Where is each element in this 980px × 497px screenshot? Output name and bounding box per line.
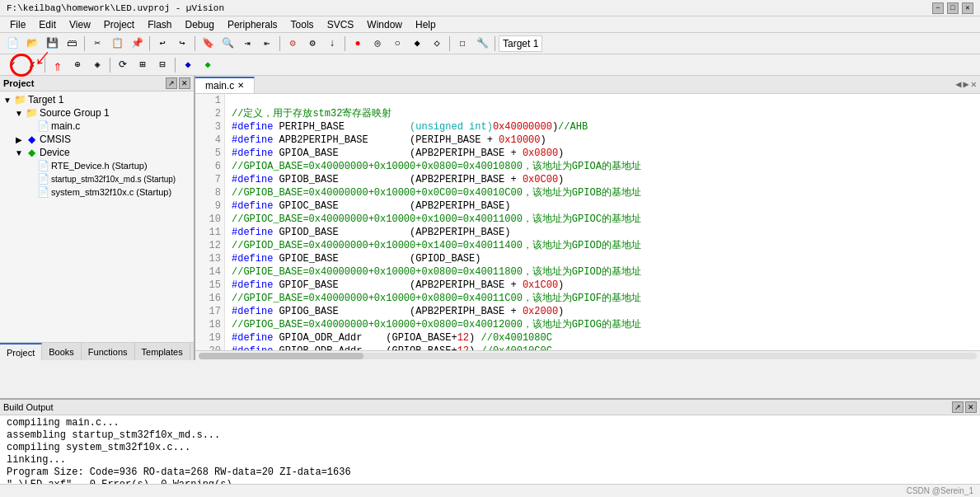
tb2-btn5[interactable]: ⊞ [134,56,152,74]
menu-view[interactable]: View [63,17,97,32]
menu-window[interactable]: Window [360,17,409,32]
tab-books[interactable]: Books [42,343,82,360]
menu-edit[interactable]: Edit [32,17,63,32]
target-selector[interactable]: Target 1 [499,35,542,52]
tree-item-target1[interactable]: ▼ 📁 Target 1 [2,93,192,106]
editor-tab-close-btn[interactable]: ✕ [237,81,244,90]
bookmark-btn[interactable]: 🔖 [199,35,217,53]
build-line-3: compiling system_stm32f10x.c... [7,442,973,454]
editor-close-all-btn[interactable]: ✕ [971,78,977,91]
main-area: Project ↗ ✕ ▼ 📁 Target 1 ▼ 📁 Source Grou [0,76,980,360]
tree-item-sourcegroup1[interactable]: ▼ 📁 Source Group 1 [2,106,192,120]
tab-templates[interactable]: Templates [135,343,190,360]
tree-item-mainc[interactable]: 📄 main.c [2,120,192,133]
rebuild-btn[interactable]: ⚙ [303,35,321,53]
scrollbar-thumb[interactable] [199,353,363,359]
unindent-btn[interactable]: ⇤ [258,35,276,53]
debug-start-btn[interactable]: ● [349,35,367,53]
code-editor[interactable]: 1 2 3 4 5 6 7 8 9 10 11 12 13 14 15 16 1 [195,94,980,350]
settings-btn[interactable]: 🔧 [473,35,491,53]
tb2-diamond1[interactable]: ◆ [179,56,197,74]
new-file-btn[interactable]: 📄 [3,35,21,53]
panel-float-btn[interactable]: ↗ [166,77,177,89]
save-btn[interactable]: 💾 [43,35,61,53]
project-panel-header: Project ↗ ✕ [0,76,194,91]
debug5-btn[interactable]: ◇ [428,35,446,53]
undo-btn[interactable]: ↩ [153,35,171,53]
debug4-btn[interactable]: ◆ [408,35,426,53]
tb2-btn6[interactable]: ⊟ [153,56,171,74]
menu-help[interactable]: Help [409,17,443,32]
menu-project[interactable]: Project [97,17,141,32]
cut-btn[interactable]: ✂ [88,35,106,53]
select-box[interactable]: ☐ [453,35,471,53]
sep3 [195,36,195,51]
menu-svcs[interactable]: SVCS [321,17,361,32]
editor-tab-right-btns: ◀ ▶ ✕ [955,78,980,91]
line-numbers: 1 2 3 4 5 6 7 8 9 10 11 12 13 14 15 16 1 [195,94,225,350]
tab-functions[interactable]: Functions [82,343,135,360]
editor-tab-mainc[interactable]: main.c ✕ [195,77,255,93]
build-btn[interactable]: ⚙ [284,35,302,53]
expand-icon: ▼ [13,109,25,118]
build-line-1: compiling main.c... [7,417,973,429]
tb2-btn2[interactable]: ⊕ [68,56,87,74]
tb2-diamond2[interactable]: ◆ [199,56,217,74]
expand-icon [25,122,36,131]
sep6 [449,36,450,51]
tb2-check[interactable]: ✓ [3,56,21,74]
sep4 [279,36,280,51]
file-icon: 📄 [36,186,49,198]
find-btn[interactable]: 🔍 [218,35,237,53]
paste-btn[interactable]: 📌 [128,35,146,53]
sep10 [175,58,176,73]
tb2-btn3[interactable]: ◈ [88,56,106,74]
debug3-btn[interactable]: ○ [388,35,406,53]
code-content[interactable]: //定义，用于存放stm32寄存器映射 #define PERIPH_BASE … [225,94,980,350]
menu-file[interactable]: File [3,17,32,32]
tree-item-startup[interactable]: 📄 startup_stm32f10x_md.s (Startup) [2,172,192,185]
expand-icon [25,162,36,171]
expand-icon [25,188,36,197]
diamond-blue-icon: ◆ [25,134,38,145]
save-all-btn[interactable]: 🗃 [63,35,81,53]
diamond-green-icon: ◆ [25,147,38,158]
editor-scrollbar[interactable] [195,350,980,360]
build-output-title: Build Output [3,402,54,412]
panel-close-btn[interactable]: ✕ [179,77,190,89]
toolbar1: 📄 📂 💾 🗃 ✂ 📋 📌 ↩ ↪ 🔖 🔍 ⇥ ⇤ ⚙ ⚙ ↓ ● ◎ ○ ◆ … [0,33,980,54]
file-icon: 📄 [36,120,49,132]
editor-scroll-right-btn[interactable]: ▶ [964,78,969,91]
close-button[interactable]: ✕ [962,2,973,14]
indent-btn[interactable]: ⇥ [238,35,256,53]
menu-bar: File Edit View Project Flash Debug Perip… [0,16,980,33]
copy-btn[interactable]: 📋 [108,35,126,53]
build-float-btn[interactable]: ↗ [952,401,964,413]
build-line-2: assembling startup_stm32f10x_md.s... [7,429,973,442]
redo-btn[interactable]: ↪ [173,35,191,53]
tb2-btn4[interactable]: ⟳ [114,56,132,74]
tb2-cross[interactable]: ✗ [23,56,41,74]
maximize-button[interactable]: □ [947,2,959,14]
left-panel: Project ↗ ✕ ▼ 📁 Target 1 ▼ 📁 Source Grou [0,76,195,360]
tree-item-system[interactable]: 📄 system_stm32f10x.c (Startup) [2,185,192,199]
tree-item-rte[interactable]: 📄 RTE_Device.h (Startup) [2,159,192,172]
expand-icon [25,175,36,184]
build-close-btn[interactable]: ✕ [965,401,977,413]
open-file-btn[interactable]: 📂 [23,35,41,53]
tb2-arrow[interactable]: ⇑ [49,57,67,75]
load-btn[interactable]: ↓ [323,35,341,53]
menu-debug[interactable]: Debug [179,17,221,32]
menu-peripherals[interactable]: Peripherals [221,17,284,32]
tab-project[interactable]: Project [0,343,42,360]
tree-item-device[interactable]: ▼ ◆ Device [2,146,192,159]
editor-scroll-left-btn[interactable]: ◀ [955,78,961,91]
file-icon: 📄 [36,173,49,185]
menu-flash[interactable]: Flash [141,17,178,32]
minimize-button[interactable]: − [932,2,944,14]
debug2-btn[interactable]: ◎ [368,35,387,53]
menu-tools[interactable]: Tools [284,17,321,32]
build-output-controls: ↗ ✕ [952,401,977,413]
tree-item-cmsis[interactable]: ▶ ◆ CMSIS [2,133,192,146]
build-line-5: Program Size: Code=936 RO-data=268 RW-da… [7,467,973,479]
